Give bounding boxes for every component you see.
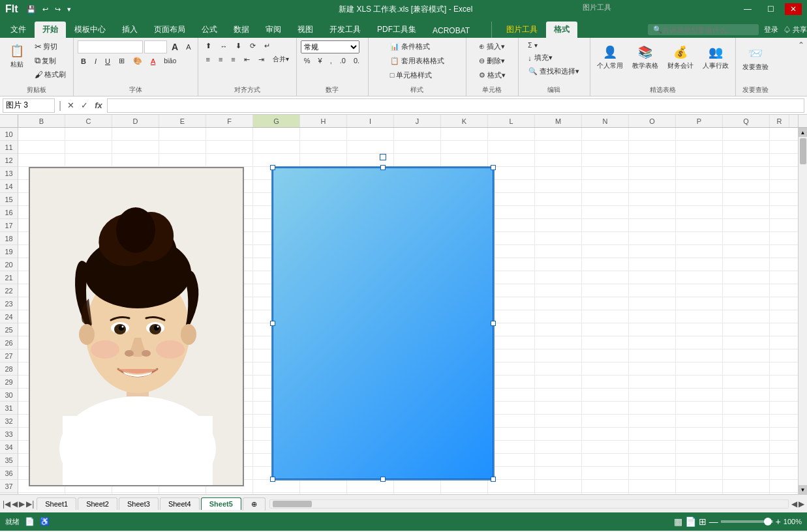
cell-O12[interactable] [629, 154, 676, 167]
decrease-font-btn[interactable]: A [183, 42, 194, 52]
align-center-btn[interactable]: ≡ [215, 54, 226, 65]
cell-I37[interactable] [347, 480, 394, 493]
cell-N25[interactable] [582, 323, 629, 336]
cell-O11[interactable] [629, 141, 676, 154]
cell-L10[interactable] [488, 128, 535, 141]
cell-M16[interactable] [535, 206, 582, 219]
collapse-ribbon-btn[interactable]: ⌃ [795, 38, 807, 96]
name-box[interactable] [3, 98, 55, 113]
text-direction-btn[interactable]: ⟳ [247, 40, 259, 52]
find-select-btn[interactable]: 🔍 查找和选择▾ [525, 65, 583, 78]
cell-M33[interactable] [535, 428, 582, 441]
cell-D10[interactable] [112, 128, 159, 141]
comma-btn[interactable]: , [327, 55, 335, 66]
cell-P17[interactable] [676, 219, 723, 232]
cell-K37[interactable] [441, 480, 488, 493]
cell-P25[interactable] [676, 323, 723, 336]
share-btn[interactable]: ♤ 共享 [784, 25, 807, 35]
sheet-nav-prev-btn[interactable]: ◀ [12, 499, 18, 509]
col-header-l[interactable]: L [488, 115, 535, 128]
cell-O10[interactable] [629, 128, 676, 141]
cell-O28[interactable] [629, 362, 676, 376]
cell-N21[interactable] [582, 271, 629, 284]
accessibility-btn[interactable]: ♿ [40, 517, 50, 526]
scroll-up-btn[interactable]: ▲ [799, 128, 807, 137]
cell-O30[interactable] [629, 389, 676, 402]
cell-L20[interactable] [488, 258, 535, 271]
cell-N38[interactable] [582, 493, 629, 494]
cell-K12[interactable] [441, 154, 488, 167]
zoom-out-btn[interactable]: — [709, 516, 718, 527]
cell-N17[interactable] [582, 219, 629, 232]
cell-L26[interactable] [488, 336, 535, 349]
cell-P28[interactable] [676, 362, 723, 376]
cell-I11[interactable] [347, 141, 394, 154]
cell-P14[interactable] [676, 180, 723, 193]
redo-btn[interactable]: ↪ [53, 5, 63, 14]
cell-I38[interactable] [347, 493, 394, 494]
cell-P31[interactable] [676, 402, 723, 415]
cell-M29[interactable] [535, 376, 582, 389]
cell-Q31[interactable] [723, 402, 770, 415]
cell-N34[interactable] [582, 441, 629, 454]
bold-btn[interactable]: B [78, 56, 89, 66]
cell-N30[interactable] [582, 389, 629, 402]
wrap-text-btn[interactable]: ↵ [261, 40, 273, 52]
handle-tm[interactable] [380, 165, 386, 170]
cell-D38[interactable] [112, 493, 159, 494]
cell-Q16[interactable] [723, 206, 770, 219]
cell-F38[interactable] [206, 493, 253, 494]
cell-M21[interactable] [535, 271, 582, 284]
cell-M37[interactable] [535, 480, 582, 493]
cell-L34[interactable] [488, 441, 535, 454]
font-name-input[interactable] [78, 40, 143, 53]
cell-M14[interactable] [535, 180, 582, 193]
cell-O16[interactable] [629, 206, 676, 219]
increase-font-btn[interactable]: A [168, 40, 181, 53]
cell-L38[interactable] [488, 493, 535, 494]
cell-C11[interactable] [65, 141, 112, 154]
cell-N24[interactable] [582, 310, 629, 323]
italic-btn[interactable]: I [91, 56, 100, 66]
biaozhunzhuti-btn[interactable]: biāo [160, 56, 179, 66]
percent-btn[interactable]: ¥ [315, 55, 326, 66]
customize-qa-btn[interactable]: ▾ [65, 5, 73, 14]
cell-Q36[interactable] [723, 467, 770, 480]
cell-Q24[interactable] [723, 310, 770, 323]
cell-O32[interactable] [629, 415, 676, 428]
cell-O14[interactable] [629, 180, 676, 193]
cell-I10[interactable] [347, 128, 394, 141]
cell-L30[interactable] [488, 389, 535, 402]
cell-Q26[interactable] [723, 336, 770, 349]
col-header-k[interactable]: K [441, 115, 488, 128]
tab-insert[interactable]: 插入 [114, 22, 145, 38]
cell-M38[interactable] [535, 493, 582, 494]
grid-area[interactable]: ▲ ▼ [18, 128, 807, 494]
cell-L16[interactable] [488, 206, 535, 219]
cell-Q38[interactable] [723, 493, 770, 494]
page-indicator-btn[interactable]: 📄 [25, 517, 35, 526]
cell-L31[interactable] [488, 402, 535, 415]
cell-Q23[interactable] [723, 297, 770, 310]
col-header-o[interactable]: O [629, 115, 676, 128]
formula-input[interactable] [107, 98, 804, 113]
number-format-select[interactable]: 常规 数字 货币 日期 [301, 40, 359, 53]
col-header-h[interactable]: H [300, 115, 347, 128]
handle-bm[interactable] [380, 477, 386, 482]
col-header-m[interactable]: M [535, 115, 582, 128]
col-header-r[interactable]: R [770, 115, 789, 128]
cell-Q22[interactable] [723, 284, 770, 297]
cell-J12[interactable] [394, 154, 441, 167]
cell-P16[interactable] [676, 206, 723, 219]
col-header-f[interactable]: F [206, 115, 253, 128]
cell-O29[interactable] [629, 376, 676, 389]
person-image[interactable] [29, 167, 244, 486]
cell-J37[interactable] [394, 480, 441, 493]
cell-M35[interactable] [535, 454, 582, 467]
scroll-track[interactable] [799, 137, 807, 485]
cell-Q25[interactable] [723, 323, 770, 336]
tab-file[interactable]: 文件 [3, 22, 34, 38]
save-quick-btn[interactable]: 💾 [25, 5, 38, 14]
cell-M13[interactable] [535, 167, 582, 180]
col-header-b[interactable]: B [18, 115, 65, 128]
